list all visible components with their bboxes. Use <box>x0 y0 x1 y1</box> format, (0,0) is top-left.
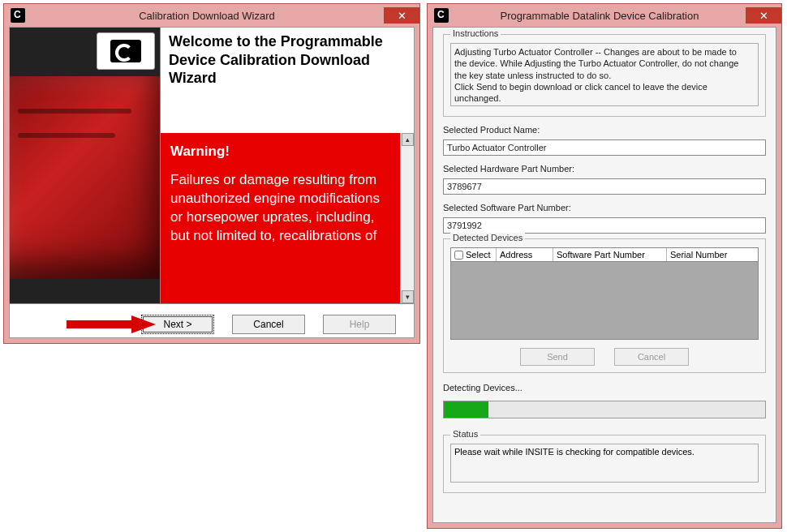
cummins-logo-badge <box>97 32 155 70</box>
svg-rect-0 <box>67 320 131 328</box>
col-address[interactable]: Address <box>497 248 553 261</box>
cummins-logo-icon <box>110 40 141 62</box>
next-button[interactable]: Next > <box>141 315 214 334</box>
col-select[interactable]: Select <box>451 248 497 261</box>
progress-fill <box>444 401 488 418</box>
close-icon: ✕ <box>759 10 768 22</box>
wizard-upper: Welcome to the Programmable Device Calib… <box>10 28 414 303</box>
close-button[interactable]: ✕ <box>384 7 419 24</box>
cancel-button: Cancel <box>614 348 689 366</box>
titlebar[interactable]: Calibration Download Wizard ✕ <box>4 4 419 27</box>
warning-title: Warning! <box>170 143 390 161</box>
product-name-label: Selected Product Name: <box>443 125 766 135</box>
titlebar[interactable]: Programmable Datalink Device Calibration… <box>428 4 781 27</box>
status-group: Status <box>443 435 766 493</box>
close-button[interactable]: ✕ <box>746 7 781 24</box>
wizard-right-panel: Welcome to the Programmable Device Calib… <box>160 28 414 303</box>
scroll-up-icon[interactable]: ▴ <box>402 133 414 146</box>
status-text[interactable] <box>450 444 759 483</box>
product-name-field[interactable] <box>443 139 766 156</box>
wizard-image-panel <box>10 28 160 303</box>
progress-bar <box>443 401 766 418</box>
calibration-client: Instructions Selected Product Name: Sele… <box>432 27 776 523</box>
wizard-button-row: Next > Cancel Help <box>10 303 414 338</box>
warning-text: Warning! Failures or damage resulting fr… <box>161 133 400 303</box>
scroll-down-icon[interactable]: ▾ <box>402 290 414 303</box>
hardware-part-label: Selected Hardware Part Number: <box>443 164 766 174</box>
detecting-label: Detecting Devices... <box>443 383 766 393</box>
app-icon <box>11 8 25 23</box>
col-select-label: Select <box>466 250 491 260</box>
datalink-calibration-window: Programmable Datalink Device Calibration… <box>427 3 782 529</box>
warning-panel: Warning! Failures or damage resulting fr… <box>161 133 414 303</box>
send-button: Send <box>520 348 595 366</box>
help-button: Help <box>323 315 396 334</box>
devices-table-body[interactable] <box>450 262 759 340</box>
instructions-text[interactable] <box>450 43 759 106</box>
col-software-part-number[interactable]: Software Part Number <box>553 248 667 261</box>
calibration-download-wizard-window: Calibration Download Wizard ✕ Welcome to… <box>3 3 420 344</box>
devices-button-row: Send Cancel <box>450 348 759 366</box>
close-icon: ✕ <box>398 10 406 22</box>
detected-devices-group: Detected Devices Select Address Software… <box>443 238 766 373</box>
wizard-heading: Welcome to the Programmable Device Calib… <box>161 28 414 133</box>
app-icon <box>434 8 449 23</box>
cancel-button[interactable]: Cancel <box>232 315 305 334</box>
wizard-client: Welcome to the Programmable Device Calib… <box>9 27 415 338</box>
col-serial-number[interactable]: Serial Number <box>667 248 758 261</box>
window-title: Programmable Datalink Device Calibration <box>454 10 746 22</box>
instructions-label: Instructions <box>450 28 501 38</box>
software-part-field[interactable] <box>443 217 766 234</box>
warning-scrollbar[interactable]: ▴ ▾ <box>400 133 414 303</box>
select-all-checkbox[interactable] <box>454 251 463 260</box>
window-title: Calibration Download Wizard <box>30 10 384 22</box>
warning-body: Failures or damage resulting from unauth… <box>170 172 380 243</box>
instructions-group: Instructions <box>443 34 766 117</box>
hardware-part-field[interactable] <box>443 178 766 195</box>
detected-devices-label: Detected Devices <box>450 233 525 242</box>
software-part-label: Selected Software Part Number: <box>443 203 766 212</box>
status-label: Status <box>450 429 480 439</box>
devices-table-header: Select Address Software Part Number Seri… <box>450 247 759 262</box>
engine-illustration <box>10 76 160 279</box>
